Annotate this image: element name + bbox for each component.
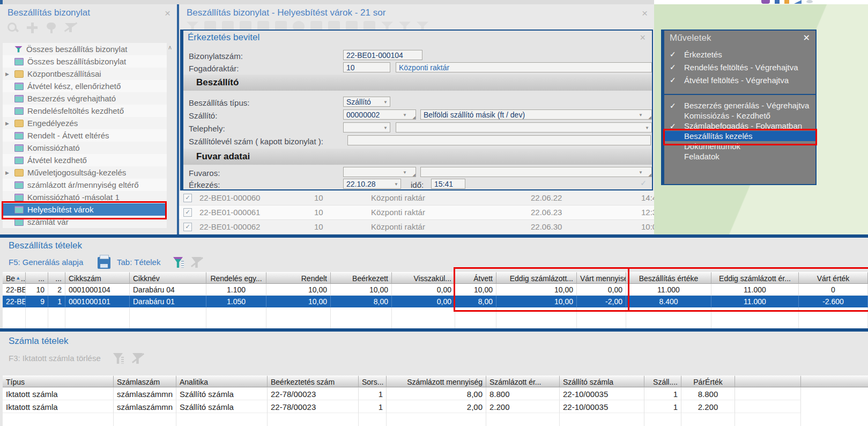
column-header[interactable]: Várt mennyiség xyxy=(577,272,626,284)
sidebar-item[interactable]: Összes beszállításbizonylat xyxy=(3,55,167,68)
chevron-down-icon[interactable]: ▼ xyxy=(403,170,407,175)
delivery-type-select[interactable]: Szállító ▼ xyxy=(343,97,390,107)
sidebar-item[interactable]: ▶Központbeszállításai xyxy=(3,68,167,80)
checkbox-icon[interactable]: ✓ xyxy=(183,208,192,217)
operation-item[interactable]: Dokumentumok xyxy=(664,141,815,151)
supplier-name-select[interactable]: Belföldi szállító másik (ft / dev) ▼ ◢ xyxy=(420,109,652,120)
sidebar-item[interactable]: Átvétel kész, ellenőrizhető xyxy=(3,80,167,92)
chevron-down-icon[interactable]: ▼ xyxy=(639,113,643,117)
resize-grip-icon[interactable]: ◢ xyxy=(649,115,651,119)
tree-icon[interactable] xyxy=(45,21,58,34)
carrier-name-select[interactable]: ▼ ◢ xyxy=(420,167,652,177)
receiving-warehouse-code-field[interactable]: 10 xyxy=(343,62,390,72)
checkbox-icon[interactable]: ✓ xyxy=(183,223,192,231)
filter-icon[interactable] xyxy=(173,256,186,268)
table-row[interactable]: 22-BE1020001000104Darabáru 041.10010,001… xyxy=(3,284,868,296)
delivery-note-input[interactable] xyxy=(347,135,651,145)
document-number-field[interactable]: 22-BE01-000104 xyxy=(343,50,422,60)
column-header[interactable]: Beszállítás értéke xyxy=(626,272,711,284)
expand-arrow-icon[interactable]: ▶ xyxy=(3,121,14,126)
column-header[interactable]: ... xyxy=(48,272,65,284)
chevron-down-icon[interactable]: ▼ xyxy=(403,113,407,117)
column-header[interactable]: Sors... xyxy=(359,376,387,387)
filter-off-icon[interactable] xyxy=(64,21,77,34)
sidebar-item[interactable]: Rendelésfeltöltés kezdhető xyxy=(3,105,167,117)
column-header[interactable]: Átvett xyxy=(455,272,496,284)
app-icon-blue[interactable] xyxy=(775,0,780,4)
sidebar-item[interactable]: Beszerzés végrehajtható xyxy=(3,92,167,105)
operation-item[interactable]: ✓Beszerzés generálás - Végrehajtva xyxy=(664,100,815,111)
column-header[interactable]: Szállító számla xyxy=(560,376,644,387)
column-header[interactable]: Eddig számlázott ér... xyxy=(711,272,799,284)
column-header[interactable]: Rendelt xyxy=(266,272,331,284)
table-row[interactable]: Iktatott számlaszámlaszámmnSzállító szám… xyxy=(3,400,868,413)
chevron-down-icon[interactable]: ▼ xyxy=(383,126,388,130)
column-header[interactable]: Cikkszám xyxy=(65,272,130,284)
sidebar-item[interactable]: ▶Műveletjogosultság-kezelés xyxy=(3,166,167,179)
checkbox-icon[interactable]: ✓ xyxy=(183,194,192,202)
column-header[interactable]: Várt érték xyxy=(799,272,868,284)
chevron-down-icon[interactable]: ▼ xyxy=(645,126,649,130)
sidebar-item[interactable]: Komissiózható -másolat 1 xyxy=(3,191,167,203)
f5-generate-button[interactable]: F5: Generálás alapja xyxy=(9,258,83,267)
expand-arrow-icon[interactable]: ▶ xyxy=(3,71,14,77)
column-header[interactable]: Eddig számlázott... xyxy=(496,272,577,284)
column-header[interactable]: Beérkeztetés szám xyxy=(268,376,359,387)
column-header[interactable] xyxy=(735,376,801,387)
operation-item[interactable]: ✓Rendelés feltöltés - Végrehajtva xyxy=(664,61,815,74)
add-icon[interactable] xyxy=(26,21,39,34)
resize-grip-icon[interactable]: ◢ xyxy=(413,173,416,177)
scroll-up-icon[interactable]: ∧ xyxy=(168,44,172,51)
arrival-time-input[interactable]: 15:41 xyxy=(431,179,465,189)
column-header[interactable]: Visszakül... xyxy=(392,272,455,284)
column-header[interactable]: Be▲... xyxy=(3,272,26,284)
app-icon-arrow[interactable] xyxy=(794,0,802,4)
search-icon[interactable] xyxy=(6,21,19,34)
table-row[interactable]: 22-BE910001000101Darabáru 011.05010,008,… xyxy=(3,296,868,307)
sidebar-item[interactable]: Rendelt - Átvett eltérés xyxy=(3,129,167,142)
close-icon[interactable]: × xyxy=(642,8,648,19)
sidebar-item[interactable]: Összes beszállítás bizonylat xyxy=(3,43,167,55)
sidebar-item[interactable]: Komissiózható xyxy=(3,142,167,154)
resize-grip-icon[interactable]: ◢ xyxy=(649,173,651,177)
confirm-check-icon[interactable]: ✓ xyxy=(640,179,647,187)
column-header[interactable]: Számlaszám xyxy=(114,376,176,387)
close-icon[interactable]: × xyxy=(165,8,170,19)
filter-clear-icon[interactable] xyxy=(191,256,204,268)
close-icon[interactable]: × xyxy=(640,32,646,43)
document-row[interactable]: ✓22-BE01-00006010Központi raktár22.06.22… xyxy=(179,191,654,205)
column-header[interactable]: Számlázott mennyiség xyxy=(387,376,486,387)
sidebar-item[interactable]: számlát vár xyxy=(3,216,167,228)
site-name-select[interactable]: ▼ xyxy=(396,122,652,133)
column-header[interactable]: Számlázott ér... xyxy=(486,376,560,387)
receiving-warehouse-name-field[interactable]: Központi raktár xyxy=(396,62,652,72)
column-header[interactable]: ... xyxy=(26,272,48,284)
chevron-down-icon[interactable]: ▼ xyxy=(383,100,388,105)
operation-item[interactable]: Beszállítás kezelés xyxy=(664,131,815,141)
app-icon-orange[interactable] xyxy=(784,0,789,4)
app-icon-purple[interactable] xyxy=(761,0,770,4)
column-header[interactable]: Beérkezett xyxy=(331,272,392,284)
filter-icon[interactable] xyxy=(113,352,125,364)
column-header[interactable]: Száll.... xyxy=(644,376,681,387)
resize-grip-icon[interactable]: ◢ xyxy=(413,115,416,119)
f3-delete-invoice-button[interactable]: F3: Iktatott számla törlése xyxy=(9,354,101,363)
column-header[interactable]: PárÉrték xyxy=(681,376,735,387)
print-icon[interactable] xyxy=(98,257,110,269)
document-row[interactable]: ✓22-BE01-00006110Központi raktár22.06.23… xyxy=(179,205,654,220)
carrier-code-select[interactable]: ▼ ◢ xyxy=(343,167,416,177)
chevron-down-icon[interactable]: ▼ xyxy=(639,170,643,175)
app-icon-circle[interactable] xyxy=(806,0,813,3)
table-row[interactable]: Iktatott számlaszámlaszámmnSzállító szám… xyxy=(3,387,868,400)
supplier-code-select[interactable]: 00000002 ▼ ◢ xyxy=(343,109,416,120)
operation-item[interactable]: ✓Átvétel feltöltés - Végrehajtva xyxy=(664,74,815,86)
expand-arrow-icon[interactable]: ▶ xyxy=(3,170,14,175)
column-header[interactable]: Rendelés egy... xyxy=(206,272,266,284)
column-header[interactable]: Típus xyxy=(3,376,114,387)
operation-item[interactable]: ✓Számlabefogadás - Folyamatban xyxy=(664,121,815,131)
document-row[interactable]: ✓22-BE01-00006210Központi raktár22.06.30… xyxy=(179,220,654,234)
sidebar-item[interactable]: ▶Engedélyezés xyxy=(3,117,167,129)
tab-items-button[interactable]: Tab: Tételek xyxy=(117,258,160,267)
operation-item[interactable]: Komissiózás - Kezdhető xyxy=(664,111,815,121)
operation-item[interactable]: Feladatok xyxy=(664,151,815,161)
